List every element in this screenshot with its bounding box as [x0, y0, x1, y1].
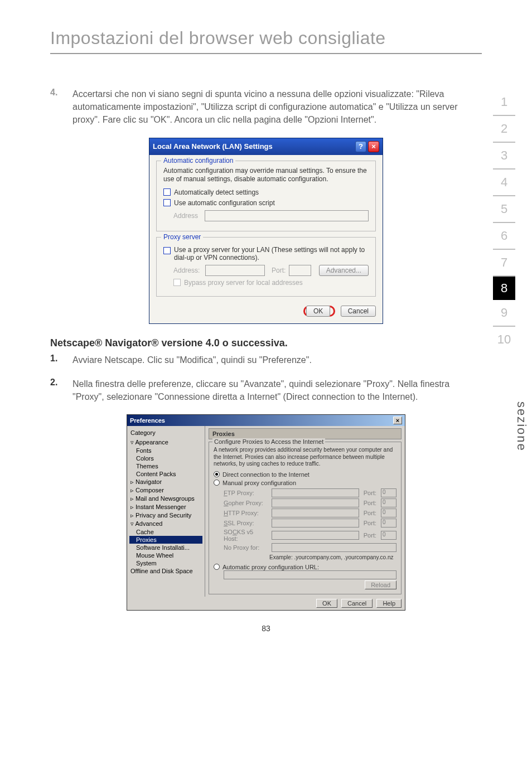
automatic-config-legend: Automatic configuration [161, 157, 235, 164]
socks-port: 0 [381, 531, 396, 540]
radio-auto[interactable] [214, 564, 220, 570]
tree-mouse-wheel[interactable]: Mouse Wheel [129, 551, 202, 559]
tab-8[interactable]: 8 [493, 277, 515, 300]
step-4-text: Accertarsi che non vi siano segni di spu… [72, 88, 482, 127]
proxy-address-label: Address: [173, 267, 202, 274]
tab-6[interactable]: 6 [493, 223, 515, 250]
automatic-config-desc: Automatic configuration may override man… [163, 167, 369, 184]
address-label: Address [173, 212, 198, 220]
tab-5[interactable]: 5 [493, 196, 515, 223]
tab-7[interactable]: 7 [493, 250, 515, 277]
auto-script-label: Use automatic configuration script [174, 199, 275, 207]
proxies-fieldset: Configure Proxies to Access the Internet… [209, 442, 402, 594]
reload-button: Reload [365, 580, 396, 589]
netscape-heading: Netscape® Navigator® versione 4.0 o succ… [50, 337, 482, 349]
fieldset-desc: A network proxy provides additional secu… [214, 447, 396, 468]
tab-2[interactable]: 2 [493, 116, 515, 143]
ns-titlebar: Preferences × [127, 415, 405, 426]
use-proxy-label: Use a proxy server for your LAN (These s… [174, 246, 369, 262]
example-text: Example: .yourcompany.com, .yourcompany.… [269, 554, 396, 560]
script-address-input [205, 210, 369, 221]
auto-script-checkbox[interactable] [163, 199, 171, 206]
tab-3[interactable]: 3 [493, 143, 515, 170]
step-1-text: Avviare Netscape. Clic su "Modifica", qu… [72, 354, 312, 366]
radio-manual[interactable] [214, 480, 220, 486]
page-number: 83 [50, 624, 482, 633]
ok-button[interactable]: OK [306, 306, 330, 317]
lan-settings-dialog: Local Area Network (LAN) Settings ? × Au… [149, 138, 383, 324]
tree-offline[interactable]: Offline and Disk Space [129, 567, 202, 575]
auto-url-input [224, 570, 396, 579]
ftp-port-label: Port: [362, 490, 378, 496]
tree-instant-messenger[interactable]: Instant Messenger [136, 504, 186, 510]
help-button[interactable]: ? [355, 141, 366, 152]
tree-advanced[interactable]: Advanced [135, 520, 162, 527]
lan-title-text: Local Area Network (LAN) Settings [153, 142, 273, 151]
socks-input [272, 531, 359, 540]
socks-label: SOCKS v5 Host: [224, 529, 268, 542]
auto-detect-label: Automatically detect settings [174, 188, 259, 196]
http-label: HTTP Proxy: [224, 510, 268, 516]
advanced-button[interactable]: Advanced... [319, 265, 369, 276]
tab-4[interactable]: 4 [493, 170, 515, 196]
tree-composer[interactable]: Composer [136, 487, 164, 493]
http-input [272, 509, 359, 517]
tree-system[interactable]: System [129, 559, 202, 567]
page-title: Impostazioni del browser web consigliate [50, 28, 482, 54]
tree-fonts[interactable]: Fonts [129, 447, 202, 454]
radio-auto-label: Automatic proxy configuration URL: [223, 564, 319, 570]
gopher-port: 0 [381, 498, 396, 507]
ns-ok-button[interactable]: OK [316, 599, 337, 608]
tree-software[interactable]: Software Installati... [129, 544, 202, 551]
ftp-label: FTP Proxy: [224, 490, 268, 496]
auto-detect-checkbox[interactable] [163, 188, 171, 196]
noproxy-input [272, 543, 396, 552]
tab-10[interactable]: 10 [493, 327, 515, 352]
tree-themes[interactable]: Themes [129, 462, 202, 470]
ssl-input [272, 519, 359, 527]
noproxy-label: No Proxy for: [224, 544, 268, 551]
step-2-text: Nella finestra delle preferenze, cliccar… [72, 377, 482, 403]
tree-navigator[interactable]: Navigator [136, 478, 162, 485]
tree-privacy-security[interactable]: Privacy and Security [136, 512, 191, 519]
close-button[interactable]: × [368, 141, 379, 152]
http-port-label: Port: [362, 510, 378, 516]
category-label: Category [129, 428, 202, 438]
socks-port-label: Port: [362, 532, 378, 539]
gopher-label: Gopher Proxy: [224, 500, 268, 506]
ns-title-text: Preferences [130, 417, 165, 424]
fieldset-legend: Configure Proxies to Access the Internet [212, 438, 325, 445]
lan-titlebar: Local Area Network (LAN) Settings ? × [149, 138, 383, 155]
category-tree[interactable]: ▿ Appearance Fonts Colors Themes Content… [129, 438, 202, 575]
radio-direct[interactable] [214, 471, 220, 477]
tree-mail[interactable]: Mail and Newsgroups [136, 495, 195, 502]
tree-content-packs[interactable]: Content Packs [129, 470, 202, 478]
ns-close-button[interactable]: × [393, 417, 402, 424]
step-number-2: 2. [50, 377, 72, 403]
ssl-port-label: Port: [362, 520, 378, 526]
ssl-label: SSL Proxy: [224, 520, 268, 526]
ns-cancel-button[interactable]: Cancel [341, 599, 373, 608]
tree-appearance[interactable]: Appearance [135, 439, 168, 446]
netscape-preferences-dialog: Preferences × Category ▿ Appearance Font… [127, 414, 405, 611]
step-number-1: 1. [50, 354, 72, 366]
proxy-address-input [205, 265, 265, 276]
ftp-port: 0 [381, 488, 396, 497]
cancel-button[interactable]: Cancel [341, 306, 376, 317]
proxy-port-input [289, 265, 311, 276]
tree-proxies[interactable]: Proxies [129, 536, 202, 544]
ftp-input [272, 488, 359, 497]
proxy-port-label: Port: [272, 267, 286, 274]
bypass-local-label: Bypass proxy server for local addresses [184, 279, 303, 287]
proxy-server-group: Proxy server Use a proxy server for your… [156, 237, 376, 297]
gopher-port-label: Port: [362, 500, 378, 506]
tab-9[interactable]: 9 [493, 300, 515, 327]
tab-1[interactable]: 1 [493, 89, 515, 116]
tree-cache[interactable]: Cache [129, 528, 202, 536]
proxy-server-legend: Proxy server [161, 233, 203, 241]
tree-colors[interactable]: Colors [129, 454, 202, 462]
use-proxy-checkbox[interactable] [163, 247, 171, 254]
bypass-local-checkbox [173, 279, 181, 286]
panel-title: Proxies [209, 428, 402, 439]
ns-help-button[interactable]: Help [376, 599, 402, 608]
